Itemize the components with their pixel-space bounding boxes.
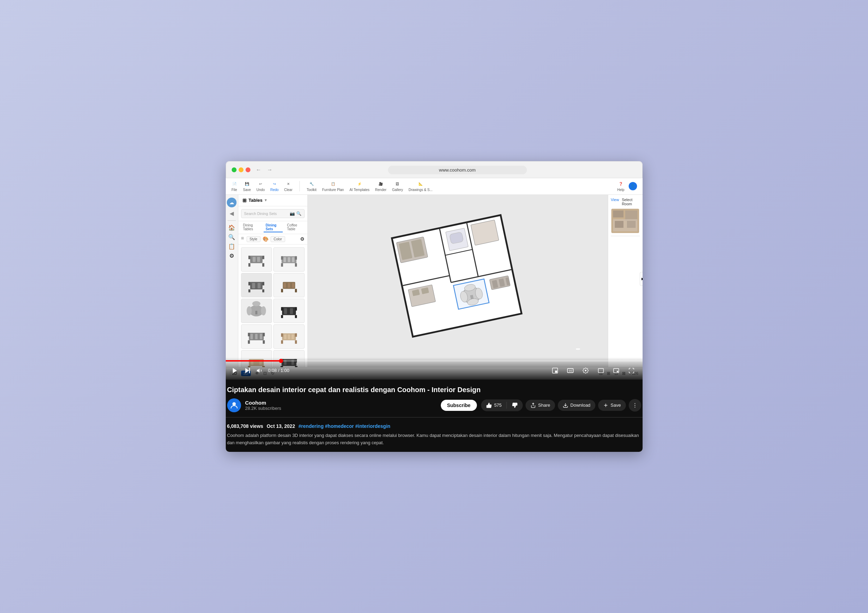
svg-rect-111 — [617, 371, 618, 372]
video-title: Ciptakan desain interior cepat dan reali… — [226, 385, 643, 394]
sidebar-search-icon[interactable]: 🔍 — [228, 234, 235, 240]
coohom-canvas[interactable] — [308, 195, 608, 367]
save-button[interactable]: Save — [598, 400, 626, 411]
toolbar-help[interactable]: ❓ Help — [617, 181, 625, 192]
right-panel-divider — [611, 236, 640, 236]
sidebar-settings-icon[interactable]: ⚙ — [229, 252, 234, 259]
svg-rect-26 — [288, 283, 290, 288]
furniture-item-3[interactable] — [241, 273, 272, 297]
dislike-button[interactable] — [507, 399, 523, 411]
browser-close-btn[interactable] — [246, 167, 250, 172]
captions-button[interactable]: CC — [564, 364, 577, 377]
sidebar-list-icon[interactable]: 📋 — [228, 243, 235, 250]
user-avatar: 👤 — [629, 182, 637, 190]
more-options-button[interactable] — [629, 399, 641, 412]
search-icon[interactable]: 🔍 — [296, 211, 301, 216]
fullscreen-button[interactable] — [625, 364, 638, 377]
toolbar-furniture-plan[interactable]: 📋 Furniture Plan — [322, 181, 344, 192]
svg-rect-21 — [258, 283, 261, 288]
theater-mode-button[interactable] — [595, 364, 607, 377]
video-progress-bar[interactable] — [226, 360, 643, 362]
grid-view-icon[interactable]: ⊞ — [241, 236, 244, 242]
clear-icon: ✕ — [285, 181, 291, 187]
toolbar-gallery[interactable]: 🖼 Gallery — [392, 181, 403, 192]
room-thumbnail[interactable] — [611, 209, 639, 233]
svg-rect-15 — [250, 282, 263, 289]
redo-icon: ↪ — [271, 181, 277, 187]
furniture-item-1[interactable] — [241, 247, 272, 272]
settings-button[interactable] — [580, 364, 592, 377]
select-room-label[interactable]: Select Room — [622, 198, 639, 206]
tab-dining-sets[interactable]: Dining Sets — [264, 223, 283, 232]
sidebar-home-icon[interactable]: 🏠 — [228, 224, 235, 231]
browser-nav: ← → — [254, 166, 274, 173]
filter-options-icon[interactable]: ⚙ — [300, 236, 305, 242]
video-description[interactable]: 6,083,708 views Oct 13, 2022 #rendering … — [226, 418, 643, 452]
furniture-item-4[interactable] — [273, 273, 305, 297]
channel-name[interactable]: Coohom — [245, 400, 437, 406]
sidebar-collapse-btn[interactable]: ◀ — [229, 210, 234, 217]
forward-button[interactable]: → — [266, 166, 274, 173]
browser-window-controls — [232, 167, 250, 172]
toolbar-undo[interactable]: ↩ Undo — [256, 181, 265, 192]
action-buttons: 575 Share Download Save — [481, 399, 641, 412]
view-label[interactable]: View — [611, 198, 619, 206]
svg-rect-43 — [248, 333, 250, 336]
toolbar-toolkit[interactable]: 🔧 Toolkit — [307, 181, 316, 192]
svg-rect-44 — [263, 333, 265, 336]
camera-icon[interactable]: 📷 — [290, 211, 295, 216]
tab-dining-tables[interactable]: Dining Tables — [241, 223, 262, 232]
furniture-item-8[interactable] — [273, 324, 305, 349]
svg-rect-38 — [284, 308, 287, 314]
furniture-item-2[interactable] — [273, 247, 305, 272]
floor-plan-svg — [369, 197, 547, 365]
gallery-icon: 🖼 — [394, 181, 400, 187]
toolbar-redo[interactable]: ↪ Redo — [270, 181, 279, 192]
toolbar-clear[interactable]: ✕ Clear — [284, 181, 293, 192]
browser-min-btn[interactable] — [239, 167, 243, 172]
toolbar-save[interactable]: 💾 Save — [243, 181, 251, 192]
toolbar-ai-templates[interactable]: ⚡ AI Templates — [349, 181, 370, 192]
svg-rect-55 — [291, 334, 294, 339]
svg-rect-16 — [248, 289, 250, 293]
channel-row: Coohom 28.2K subscribers Subscribe 575 — [226, 398, 643, 418]
subscribe-button[interactable]: Subscribe — [441, 400, 477, 411]
browser-max-btn[interactable] — [232, 167, 237, 172]
like-button[interactable]: 575 — [481, 399, 507, 411]
sidebar-collapse-side-btn[interactable]: ▶ — [640, 272, 643, 286]
volume-button[interactable] — [256, 367, 264, 375]
svg-rect-8 — [281, 263, 283, 266]
toolbar-drawings[interactable]: 📐 Drawings & S... — [408, 181, 432, 192]
search-furniture-input[interactable]: Search Dining Sets 📷 🔍 — [241, 209, 305, 218]
furniture-item-6[interactable] — [273, 299, 305, 323]
furniture-item-7[interactable] — [241, 324, 272, 349]
miniplayer-button[interactable] — [549, 364, 561, 377]
save-icon: 💾 — [244, 181, 250, 187]
style-filter-btn[interactable]: Style — [246, 236, 260, 242]
svg-rect-23 — [281, 289, 283, 292]
svg-rect-99 — [627, 221, 636, 228]
share-button[interactable]: Share — [525, 400, 555, 411]
miniplayer2-button[interactable] — [610, 364, 622, 377]
svg-rect-102 — [249, 368, 250, 373]
toolbar-render[interactable]: 🎥 Render — [375, 181, 387, 192]
next-button[interactable] — [243, 367, 251, 375]
play-button[interactable] — [231, 367, 239, 375]
color-filter-btn[interactable]: Color — [271, 236, 285, 242]
sidebar-divider — [228, 220, 236, 221]
address-bar[interactable]: www.coohom.com — [388, 166, 527, 174]
svg-point-108 — [584, 370, 586, 371]
video-info-section: Ciptakan desain interior cepat dan reali… — [226, 379, 643, 452]
cursor-coords — [576, 348, 580, 350]
tables-dropdown-icon[interactable]: ▾ — [265, 198, 267, 203]
svg-marker-101 — [245, 368, 249, 373]
svg-rect-39 — [290, 308, 293, 314]
svg-rect-0 — [250, 255, 263, 263]
download-button[interactable]: Download — [558, 400, 595, 411]
tab-coffee-table[interactable]: Coffee Table — [285, 223, 304, 232]
toolbar-file[interactable]: 📄 File — [231, 181, 237, 192]
toolbar-user[interactable]: 👤 — [629, 182, 637, 190]
svg-rect-25 — [284, 283, 286, 288]
back-button[interactable]: ← — [254, 166, 263, 173]
furniture-item-5[interactable] — [241, 299, 272, 323]
